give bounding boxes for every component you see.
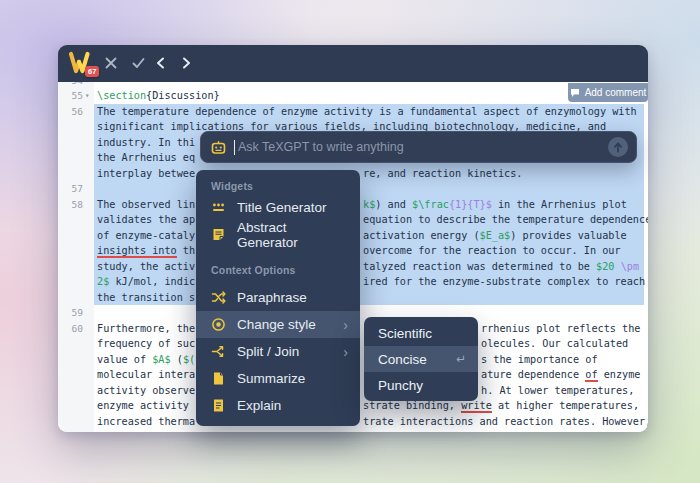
line-number: 59: [58, 305, 83, 321]
code-text: increased therma: [97, 414, 195, 430]
fold-caret-icon[interactable]: ▾: [85, 88, 90, 104]
code-text: rrhenius plot reflects the: [481, 321, 640, 337]
comment-bubble-icon: [570, 88, 580, 98]
code-text: value of $A$ ($(: [97, 352, 195, 368]
submenu-item-scientific[interactable]: Scientific: [364, 320, 478, 346]
code-text: molecular intera: [97, 367, 195, 383]
change-style-submenu: ScientificConcise↵Punchy: [364, 317, 478, 401]
code-text: olecules. Our calculated: [481, 336, 628, 352]
submenu-item-label: Concise: [378, 352, 427, 367]
arrow-up-icon: [613, 142, 623, 153]
check-icon[interactable]: [131, 56, 146, 70]
add-comment-label: Add comment: [585, 87, 647, 98]
menu-item-label: Abstract Generator: [237, 220, 348, 250]
title-icon: [211, 200, 226, 215]
code-text: trate interactions and reaction rates. H…: [363, 414, 648, 430]
text-cursor: [234, 140, 235, 155]
menu-section-label: Context Options: [196, 262, 360, 278]
texgpt-input[interactable]: Ask TeXGPT to write anything: [200, 131, 637, 163]
code-text: ature dependence of enzyme: [481, 367, 641, 383]
menu-item-label: Change style: [237, 317, 316, 332]
back-icon[interactable]: [156, 57, 165, 69]
line-number: 60: [58, 321, 83, 337]
code-text: industry. In thi: [97, 135, 195, 151]
submenu-item-punchy[interactable]: Punchy: [364, 372, 478, 398]
forward-icon[interactable]: [182, 57, 191, 69]
add-comment-button[interactable]: Add comment: [568, 83, 648, 102]
code-text: k$) and $\frac{1}{T}$ in the Arrhenius p…: [363, 197, 627, 213]
menu-item-title-generator[interactable]: Title Generator: [196, 194, 360, 221]
menu-item-summarize[interactable]: Summarize: [196, 365, 360, 392]
code-text: talyzed reaction was determined to be $2…: [363, 259, 639, 275]
menu-item-label: Title Generator: [237, 200, 327, 215]
menu-item-explain[interactable]: Explain: [196, 392, 360, 419]
split-join-icon: [211, 344, 226, 359]
code-text: h. At lower temperatures,: [481, 383, 634, 399]
code-text: The observed lin: [97, 197, 195, 213]
line-number: 58: [58, 197, 83, 213]
code-text: activity observe: [97, 383, 195, 399]
code-text: activation energy ($E_a$) provides valua…: [363, 228, 627, 244]
code-text: equation to describe the temperature dep…: [363, 212, 648, 228]
line-number: 57: [58, 181, 83, 197]
code-text: s the importance of: [481, 352, 598, 368]
menu-item-split-join[interactable]: Split / Join›: [196, 338, 360, 365]
selection-highlight: [94, 181, 644, 197]
close-icon[interactable]: [104, 56, 118, 70]
chevron-right-icon: ›: [343, 318, 348, 332]
code-text: The temperature dependence of enzyme act…: [97, 104, 637, 120]
menu-item-label: Explain: [237, 398, 281, 413]
explain-icon: [211, 398, 226, 413]
menu-item-label: Paraphrase: [237, 290, 307, 305]
code-text: re, and reaction kinetics.: [363, 166, 522, 182]
code-row[interactable]: 55▾\section{Discussion}: [58, 88, 648, 104]
menu-item-change-style[interactable]: Change style›: [196, 311, 360, 338]
context-menu: WidgetsTitle GeneratorAbstract Generator…: [196, 170, 360, 426]
code-text: overcome for the reaction to occur. In o…: [363, 243, 621, 259]
code-text: ired for the enzyme-substrate complex to…: [363, 274, 645, 290]
menu-section-label: Widgets: [196, 178, 360, 194]
app-logo: 67: [66, 50, 96, 78]
abstract-icon: [211, 227, 226, 242]
toolbar: 67: [58, 45, 648, 82]
code-row[interactable]: 56The temperature dependence of enzyme a…: [58, 104, 648, 120]
summarize-icon: [211, 371, 226, 386]
menu-item-label: Summarize: [237, 371, 305, 386]
line-number: 56: [58, 104, 83, 120]
texgpt-editor-window: 67 54▾55▾\section{Discussion}56The tempe…: [58, 45, 648, 432]
line-number: 55: [58, 88, 83, 104]
code-text: the Arrhenius eq: [97, 150, 195, 166]
notification-badge: 67: [85, 66, 99, 77]
code-text: insights into th: [97, 243, 195, 259]
chevron-right-icon: ›: [343, 345, 348, 359]
code-text: validates the ap: [97, 212, 195, 228]
send-button[interactable]: [608, 137, 628, 157]
code-text: enzyme activity: [97, 398, 195, 414]
menu-item-label: Split / Join: [237, 344, 299, 359]
code-text: Furthermore, the: [97, 321, 195, 337]
submenu-item-concise[interactable]: Concise↵: [364, 346, 478, 372]
texgpt-placeholder: Ask TeXGPT to write anything: [238, 140, 608, 154]
code-text: the transition s: [97, 290, 195, 306]
code-text: 2$ kJ/mol, indic: [97, 274, 195, 290]
code-text: frequency of suc: [97, 336, 195, 352]
submenu-item-label: Scientific: [378, 326, 432, 341]
menu-item-paraphrase[interactable]: Paraphrase: [196, 284, 360, 311]
menu-item-abstract-generator[interactable]: Abstract Generator: [196, 221, 360, 248]
change-style-icon: [211, 317, 226, 332]
code-text: interplay betwee: [97, 166, 195, 182]
robot-icon: [211, 140, 226, 155]
code-text: study, the activ: [97, 259, 195, 275]
code-text: \section{Discussion}: [97, 88, 220, 104]
paraphrase-icon: [211, 290, 226, 305]
submenu-item-label: Punchy: [378, 378, 423, 393]
return-icon: ↵: [456, 352, 466, 366]
code-text: of enzyme-cataly: [97, 228, 195, 244]
